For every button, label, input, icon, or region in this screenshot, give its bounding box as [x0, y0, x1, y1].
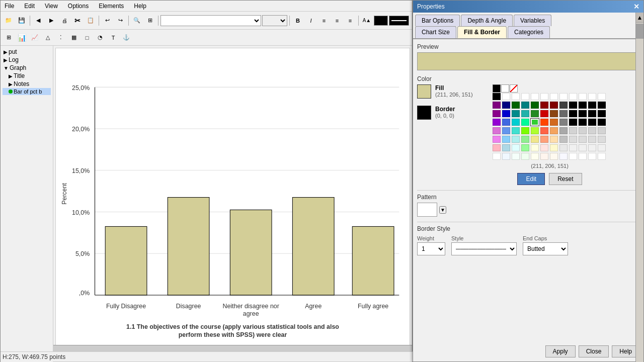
bar-disagree[interactable] [168, 198, 209, 295]
close-btn[interactable]: Close [579, 345, 609, 357]
zoom-btn[interactable]: 🔍 [131, 15, 143, 27]
palette-cell-3-1[interactable] [502, 119, 510, 126]
palette-cell-1-4[interactable] [531, 102, 539, 109]
palette-cell-2-9[interactable] [579, 110, 587, 117]
palette-cell-5-8[interactable] [569, 136, 577, 143]
line-chart-btn[interactable]: 📈 [29, 32, 41, 44]
palette-cell-2-10[interactable] [588, 110, 596, 117]
palette-cell-2-7[interactable] [559, 110, 568, 117]
palette-cell-3-9[interactable] [579, 119, 587, 126]
bar-neither[interactable] [230, 210, 272, 295]
palette-cell-6-6[interactable] [550, 144, 558, 151]
border-swatch[interactable] [417, 106, 431, 120]
undo-btn[interactable]: ↩ [101, 15, 113, 27]
palette-cell-3-3[interactable] [521, 119, 529, 126]
palette-cell-2-6[interactable] [550, 110, 558, 117]
palette-cell-6-7[interactable] [559, 144, 568, 151]
palette-cell-2-3[interactable] [521, 110, 529, 117]
paste-btn[interactable]: 📋 [85, 15, 97, 27]
select-btn[interactable]: ⊞ [144, 15, 156, 27]
palette-cell-2-0[interactable] [493, 110, 501, 117]
palette-cell-4-4[interactable] [531, 127, 539, 134]
palette-cell-3-6[interactable] [550, 119, 558, 126]
palette-cell-7-1[interactable] [502, 153, 510, 160]
palette-cell-2-1[interactable] [502, 110, 510, 117]
palette-cell-5-6[interactable] [550, 136, 558, 143]
palette-cell-7-5[interactable] [540, 153, 548, 160]
text-btn[interactable]: T [107, 32, 119, 44]
palette-cell-7-11[interactable] [598, 153, 606, 160]
edit-btn[interactable]: Edit [517, 173, 545, 185]
color-swatch-toolbar[interactable] [374, 16, 388, 26]
align-center-btn[interactable]: ≡ [331, 15, 343, 27]
palette-cell-2-4[interactable] [531, 110, 539, 117]
palette-cell-3-8[interactable] [569, 119, 577, 126]
size-select[interactable] [262, 15, 287, 26]
menu-options[interactable]: Options [66, 2, 91, 10]
redo-btn[interactable]: ↪ [114, 15, 126, 27]
palette-cell-2-5[interactable] [540, 110, 548, 117]
sidebar-item-log[interactable]: ▶ Log [3, 56, 51, 64]
palette-cell-5-4[interactable] [531, 136, 539, 143]
palette-cell-7-6[interactable] [550, 153, 558, 160]
reset-btn[interactable]: Reset [549, 173, 582, 185]
grid-btn[interactable]: ⊞ [3, 32, 15, 44]
palette-cell-1-0[interactable] [493, 102, 501, 109]
endcaps-select[interactable]: Butted Round Square [523, 242, 568, 255]
palette-cell-4-2[interactable] [512, 127, 520, 134]
color-white[interactable] [501, 84, 509, 93]
props-close-btn[interactable]: ✕ [633, 3, 639, 11]
chart-area[interactable]: 25,0% 20,0% 15,0% 10,0% 5,0% ,0% Percent [55, 48, 410, 360]
pattern-arrow-btn[interactable]: ▼ [439, 206, 446, 214]
menu-help[interactable]: Help [132, 2, 148, 10]
palette-cell-0-10[interactable] [588, 93, 596, 100]
pattern-box[interactable] [417, 203, 437, 217]
color-none[interactable] [510, 84, 518, 93]
text-size-btn[interactable]: A▲ [361, 15, 373, 27]
palette-cell-5-7[interactable] [559, 136, 568, 143]
palette-cell-1-9[interactable] [579, 102, 587, 109]
palette-cell-4-10[interactable] [588, 127, 596, 134]
anchor-btn[interactable]: ⚓ [120, 32, 132, 44]
scatter-btn[interactable]: ⁚ [55, 32, 67, 44]
palette-cell-5-0[interactable] [493, 136, 501, 143]
palette-cell-7-3[interactable] [521, 153, 529, 160]
palette-cell-2-11[interactable] [598, 110, 606, 117]
palette-cell-6-5[interactable] [540, 144, 548, 151]
cut-btn[interactable]: ✂ [71, 15, 84, 27]
palette-cell-0-7[interactable] [559, 93, 568, 100]
palette-cell-0-2[interactable] [512, 93, 520, 100]
palette-cell-3-0[interactable] [493, 119, 501, 126]
palette-cell-6-11[interactable] [598, 144, 606, 151]
palette-cell-1-7[interactable] [559, 102, 568, 109]
palette-cell-1-8[interactable] [569, 102, 577, 109]
menu-view[interactable]: View [43, 2, 60, 10]
palette-cell-0-1[interactable] [502, 93, 510, 100]
palette-cell-5-9[interactable] [579, 136, 587, 143]
pie-btn[interactable]: ◔ [94, 32, 106, 44]
sidebar-item-notes[interactable]: ▶ Notes [3, 80, 51, 88]
palette-cell-6-4[interactable] [531, 144, 539, 151]
palette-cell-6-3[interactable] [521, 144, 529, 151]
palette-cell-4-7[interactable] [559, 127, 568, 134]
fill-swatch[interactable] [417, 84, 431, 99]
align-right-btn[interactable]: ≡ [344, 15, 356, 27]
sidebar-item-bar[interactable]: Bar of pct b [3, 88, 51, 95]
palette-cell-1-11[interactable] [598, 102, 606, 109]
palette-cell-4-9[interactable] [579, 127, 587, 134]
menu-edit[interactable]: Edit [22, 2, 37, 10]
palette-cell-7-7[interactable] [559, 153, 568, 160]
bar-agree[interactable] [292, 198, 334, 295]
palette-cell-0-8[interactable] [569, 93, 577, 100]
font-select[interactable] [160, 15, 261, 26]
palette-cell-2-2[interactable] [512, 110, 520, 117]
box-btn[interactable]: □ [81, 32, 93, 44]
tab-chart-size[interactable]: Chart Size [415, 26, 456, 38]
palette-cell-3-10[interactable] [588, 119, 596, 126]
palette-cell-5-5[interactable] [540, 136, 548, 143]
palette-cell-1-2[interactable] [512, 102, 520, 109]
tab-categories[interactable]: Categories [508, 26, 550, 38]
palette-cell-3-4[interactable] [531, 119, 539, 126]
histogram-btn[interactable]: ▦ [68, 32, 80, 44]
sidebar-item-title[interactable]: ▶ Title [3, 72, 51, 80]
